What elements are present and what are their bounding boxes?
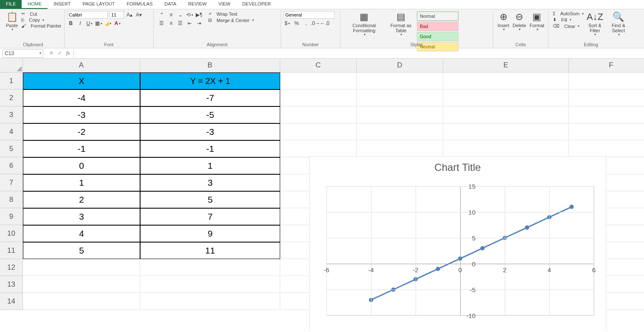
name-box[interactable]: C13▾ bbox=[3, 49, 43, 58]
cell-B13[interactable] bbox=[140, 276, 280, 293]
column-headers[interactable]: ABCDEF bbox=[23, 59, 644, 73]
cell-B5[interactable]: -1 bbox=[140, 140, 280, 157]
tab-formulas[interactable]: FORMULAS bbox=[121, 0, 158, 9]
tab-home[interactable]: HOME bbox=[22, 0, 48, 9]
style-bad[interactable]: Bad bbox=[417, 22, 458, 31]
format-cells-button[interactable]: ▣Format▾ bbox=[528, 11, 546, 33]
data-point[interactable] bbox=[570, 205, 574, 209]
cell-C5[interactable] bbox=[280, 140, 357, 157]
cell-F1[interactable] bbox=[569, 73, 644, 89]
row-header-13[interactable]: 13 bbox=[0, 276, 23, 293]
paste-button[interactable]: 📋 Paste▾ bbox=[4, 11, 20, 33]
italic-button[interactable]: I bbox=[76, 20, 84, 27]
cell-B8[interactable]: 5 bbox=[140, 191, 280, 208]
col-header-B[interactable]: B bbox=[140, 59, 280, 73]
cell-A2[interactable]: -4 bbox=[23, 89, 140, 106]
cell-B11[interactable]: 11 bbox=[140, 242, 280, 259]
cell-B14[interactable] bbox=[140, 293, 280, 310]
data-point[interactable] bbox=[525, 226, 529, 230]
fill-button[interactable]: ⬇ Fill▾ bbox=[553, 17, 584, 22]
data-point[interactable] bbox=[481, 246, 485, 250]
font-color-button[interactable]: A▾ bbox=[114, 20, 121, 27]
row-header-8[interactable]: 8 bbox=[0, 191, 23, 208]
align-center-icon[interactable]: ≡ bbox=[167, 20, 175, 27]
cell-E4[interactable] bbox=[443, 123, 569, 140]
cell-A1[interactable]: X bbox=[23, 73, 140, 89]
cell-E2[interactable] bbox=[443, 89, 569, 106]
cell-C2[interactable] bbox=[280, 89, 357, 106]
cell-D1[interactable] bbox=[357, 73, 443, 89]
row-header-5[interactable]: 5 bbox=[0, 140, 23, 157]
cell-A10[interactable]: 4 bbox=[23, 225, 140, 242]
worksheet[interactable]: ABCDEF 1234567891011121314 XY = 2X + 1-4… bbox=[0, 59, 644, 330]
cell-E5[interactable] bbox=[443, 140, 569, 157]
autosum-button[interactable]: Σ AutoSum▾ bbox=[553, 11, 584, 16]
cell-A3[interactable]: -3 bbox=[23, 106, 140, 123]
select-all-corner[interactable] bbox=[0, 59, 23, 73]
currency-icon[interactable]: $▾ bbox=[284, 20, 291, 27]
align-left-icon[interactable]: ☰ bbox=[158, 20, 166, 27]
cell-B6[interactable]: 1 bbox=[140, 157, 280, 174]
cell-B2[interactable]: -7 bbox=[140, 89, 280, 106]
clear-button[interactable]: ⌫ Clear▾ bbox=[553, 23, 584, 29]
cell-C1[interactable] bbox=[280, 73, 357, 89]
cell-B4[interactable]: -3 bbox=[140, 123, 280, 140]
row-headers[interactable]: 1234567891011121314 bbox=[0, 73, 23, 310]
row-header-6[interactable]: 6 bbox=[0, 157, 23, 174]
chart-title[interactable]: Chart Title bbox=[309, 156, 606, 175]
fill-color-button[interactable]: ◢▾ bbox=[104, 20, 112, 27]
col-header-E[interactable]: E bbox=[443, 59, 569, 73]
col-header-A[interactable]: A bbox=[23, 59, 140, 73]
font-size-select[interactable] bbox=[110, 11, 124, 19]
cell-F4[interactable] bbox=[569, 123, 644, 140]
wrap-text-button[interactable]: ⤶ Wrap Text bbox=[208, 11, 254, 17]
align-middle-icon[interactable]: ≡ bbox=[167, 11, 175, 19]
orientation-icon[interactable]: ⟲▾ bbox=[186, 11, 194, 19]
row-header-3[interactable]: 3 bbox=[0, 106, 23, 123]
bold-button[interactable]: B bbox=[67, 20, 75, 27]
increase-font-icon[interactable]: A▴ bbox=[126, 11, 133, 19]
cell-A5[interactable]: -1 bbox=[23, 140, 140, 157]
cell-B9[interactable]: 7 bbox=[140, 208, 280, 225]
embedded-chart[interactable]: Chart Title -6-4-20246-10-5051015 bbox=[309, 156, 606, 330]
cut-button[interactable]: ✂ Cut bbox=[21, 11, 62, 17]
cell-E3[interactable] bbox=[443, 106, 569, 123]
cell-A14[interactable] bbox=[23, 293, 140, 310]
row-header-1[interactable]: 1 bbox=[0, 73, 23, 89]
col-header-D[interactable]: D bbox=[357, 59, 443, 73]
enter-formula-icon[interactable]: ✓ bbox=[58, 50, 62, 56]
font-name-select[interactable] bbox=[67, 11, 108, 19]
tab-view[interactable]: VIEW bbox=[213, 0, 236, 9]
cell-D3[interactable] bbox=[357, 106, 443, 123]
cancel-formula-icon[interactable]: ✕ bbox=[49, 50, 53, 56]
row-header-4[interactable]: 4 bbox=[0, 123, 23, 140]
copy-button[interactable]: ⎘ Copy▾ bbox=[21, 17, 62, 22]
col-header-C[interactable]: C bbox=[280, 59, 357, 73]
tab-review[interactable]: REVIEW bbox=[182, 0, 212, 9]
row-header-11[interactable]: 11 bbox=[0, 242, 23, 259]
row-header-9[interactable]: 9 bbox=[0, 208, 23, 225]
cell-A4[interactable]: -2 bbox=[23, 123, 140, 140]
delete-cells-button[interactable]: ⊖Delete▾ bbox=[511, 11, 528, 33]
ltr-icon[interactable]: ▶¶ bbox=[195, 11, 203, 19]
underline-button[interactable]: U▾ bbox=[86, 20, 93, 27]
tab-page-layout[interactable]: PAGE LAYOUT bbox=[76, 0, 121, 9]
insert-cells-button[interactable]: ⊕Insert▾ bbox=[496, 11, 511, 33]
dec-decimal-icon[interactable]: ←.0 bbox=[321, 20, 329, 27]
merge-center-button[interactable]: ⊟ Merge & Center▾ bbox=[208, 17, 254, 23]
cell-C4[interactable] bbox=[280, 123, 357, 140]
format-as-table-button[interactable]: ▤Format as Table▾ bbox=[385, 11, 416, 38]
cell-B7[interactable]: 3 bbox=[140, 174, 280, 191]
tab-data[interactable]: DATA bbox=[159, 0, 183, 9]
cell-B1[interactable]: Y = 2X + 1 bbox=[140, 73, 280, 89]
tab-developer[interactable]: DEVELOPER bbox=[236, 0, 277, 9]
number-format-select[interactable] bbox=[284, 11, 335, 19]
tab-file[interactable]: FILE bbox=[0, 0, 22, 9]
percent-icon[interactable]: % bbox=[293, 20, 301, 27]
cell-E1[interactable] bbox=[443, 73, 569, 89]
cell-A11[interactable]: 5 bbox=[23, 242, 140, 259]
border-button[interactable]: ▦▾ bbox=[95, 20, 103, 27]
style-good[interactable]: Good bbox=[417, 32, 458, 41]
find-select-button[interactable]: 🔍Find & Select▾ bbox=[606, 11, 631, 38]
cell-D5[interactable] bbox=[357, 140, 443, 157]
